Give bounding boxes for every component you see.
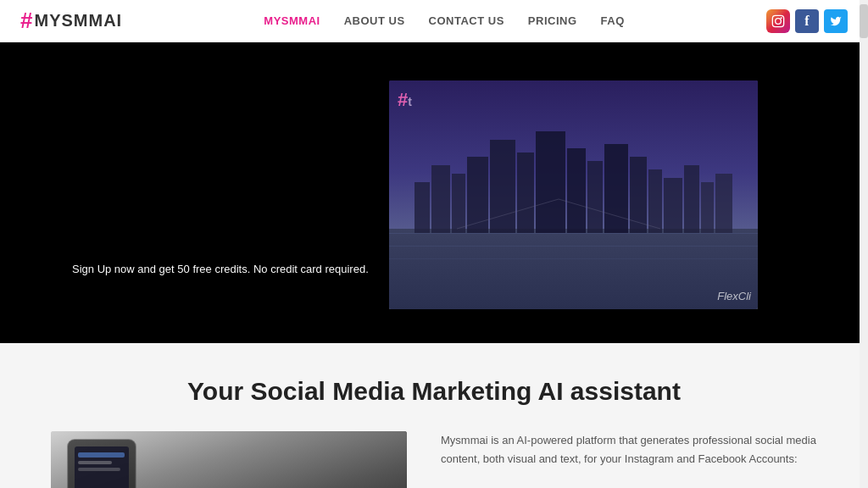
logo-hash-icon: #	[20, 8, 32, 34]
below-hero-section: Your Social Media Marketing AI assistant	[0, 343, 868, 488]
hero-video-inner: #t FlexCli	[389, 80, 758, 309]
svg-rect-6	[431, 165, 450, 233]
svg-rect-16	[648, 169, 662, 233]
svg-rect-15	[630, 157, 647, 233]
svg-rect-0	[772, 15, 783, 26]
svg-rect-30	[78, 461, 112, 464]
hero-signup-text: Sign Up now and get 50 free credits. No …	[72, 263, 369, 275]
hero-section: Sign Up now and get 50 free credits. No …	[0, 42, 868, 343]
svg-rect-4	[389, 229, 758, 309]
svg-rect-11	[536, 131, 565, 233]
nav-contact[interactable]: CONTACT US	[429, 14, 504, 27]
nav-mysmmai[interactable]: MYSMMAI	[264, 14, 320, 27]
scrollbar-thumb[interactable]	[860, 4, 868, 38]
section-heading: Your Social Media Marketing AI assistant	[51, 377, 817, 406]
svg-rect-10	[517, 152, 534, 233]
svg-rect-23	[389, 233, 758, 234]
svg-rect-12	[567, 148, 586, 233]
svg-rect-25	[389, 258, 758, 259]
nav-about[interactable]: ABOUT US	[344, 14, 405, 27]
phone-image-inner	[51, 431, 407, 488]
svg-rect-29	[78, 452, 125, 458]
svg-rect-18	[684, 165, 699, 233]
logo-text: MYSMMAI	[34, 11, 122, 30]
header: # MYSMMAI MYSMMAI ABOUT US CONTACT US PR…	[0, 0, 868, 42]
nav-pricing[interactable]: PRICING	[528, 14, 577, 27]
svg-rect-17	[664, 178, 682, 233]
svg-rect-24	[389, 246, 758, 247]
svg-rect-31	[78, 468, 120, 471]
facebook-icon[interactable]: f	[795, 9, 819, 33]
flexclip-watermark: FlexCli	[717, 290, 751, 302]
instagram-icon[interactable]	[766, 9, 790, 33]
description-text: Mysmmai is an AI-powered platform that g…	[441, 431, 817, 469]
svg-rect-8	[467, 157, 488, 233]
phone-image	[51, 431, 407, 488]
hero-video: #t FlexCli	[389, 80, 758, 309]
logo[interactable]: # MYSMMAI	[20, 8, 122, 34]
twitter-icon[interactable]	[824, 9, 848, 33]
content-row: Mysmmai is an AI-powered platform that g…	[51, 431, 817, 488]
scrollbar-track[interactable]	[860, 0, 868, 488]
svg-rect-20	[715, 174, 732, 233]
video-logo-overlay: #t	[398, 89, 412, 111]
svg-rect-19	[701, 182, 714, 233]
svg-rect-7	[452, 174, 465, 233]
svg-point-1	[776, 18, 782, 24]
svg-rect-5	[415, 182, 430, 233]
svg-rect-9	[490, 140, 515, 233]
svg-point-2	[781, 17, 782, 19]
nav-faq[interactable]: FAQ	[601, 14, 625, 27]
navigation: MYSMMAI ABOUT US CONTACT US PRICING FAQ	[264, 14, 624, 27]
svg-rect-14	[604, 144, 628, 233]
social-icons: f	[766, 9, 848, 33]
svg-rect-13	[587, 161, 603, 233]
